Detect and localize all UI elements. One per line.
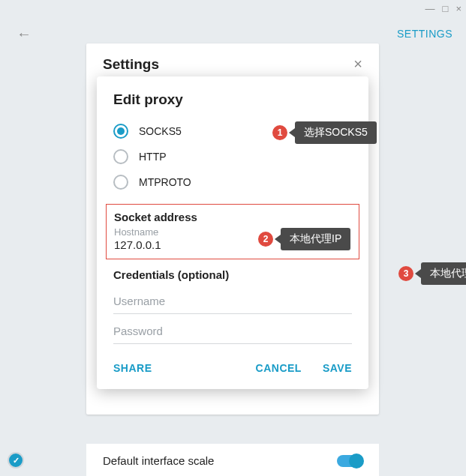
callout-badge: 3 [398, 266, 413, 281]
credentials-section: Credentials (optional) [97, 267, 368, 344]
modal-title: Edit proxy [97, 76, 368, 118]
back-arrow-icon[interactable]: ← [17, 25, 32, 43]
radio-label: HTTP [139, 151, 167, 163]
username-input[interactable] [113, 284, 352, 314]
radio-icon [113, 175, 128, 190]
callout-text: 选择SOCKS5 [295, 121, 377, 144]
radio-mtproto[interactable]: MTPROTO [97, 169, 368, 195]
shield-icon[interactable] [8, 452, 24, 469]
callout-2: 2 本地代理IP [258, 228, 350, 250]
callout-text: 本地代理IP [281, 228, 350, 250]
interface-scale-label: Default interface scale [103, 454, 214, 467]
close-icon[interactable]: × [353, 55, 362, 73]
credentials-heading: Credentials (optional) [113, 268, 352, 281]
radio-icon [113, 149, 128, 164]
socket-address-heading: Socket address [114, 211, 351, 223]
callout-arrow-icon [289, 128, 295, 137]
radio-http[interactable]: HTTP [97, 144, 368, 169]
save-button[interactable]: SAVE [323, 362, 352, 374]
settings-link[interactable]: SETTINGS [397, 28, 452, 40]
interface-scale-toggle[interactable] [337, 455, 362, 467]
modal-footer: SHARE CANCEL SAVE [97, 344, 368, 383]
topbar: ← SETTINGS [0, 0, 466, 46]
share-button[interactable]: SHARE [113, 362, 152, 374]
interface-scale-row: Default interface scale [86, 444, 379, 476]
callout-3: 3 本地代理默认端口 [398, 262, 466, 285]
cancel-button[interactable]: CANCEL [256, 362, 302, 374]
callout-arrow-icon [415, 269, 421, 278]
settings-title: Settings [103, 56, 159, 73]
password-input[interactable] [113, 314, 352, 344]
callout-badge: 1 [272, 125, 287, 140]
radio-label: SOCKS5 [139, 125, 182, 137]
callout-badge: 2 [258, 232, 273, 247]
callout-text: 本地代理默认端口 [421, 262, 466, 285]
radio-label: MTPROTO [139, 176, 191, 188]
callout-arrow-icon [275, 235, 281, 244]
radio-icon [113, 124, 128, 139]
callout-1: 1 选择SOCKS5 [272, 121, 377, 144]
